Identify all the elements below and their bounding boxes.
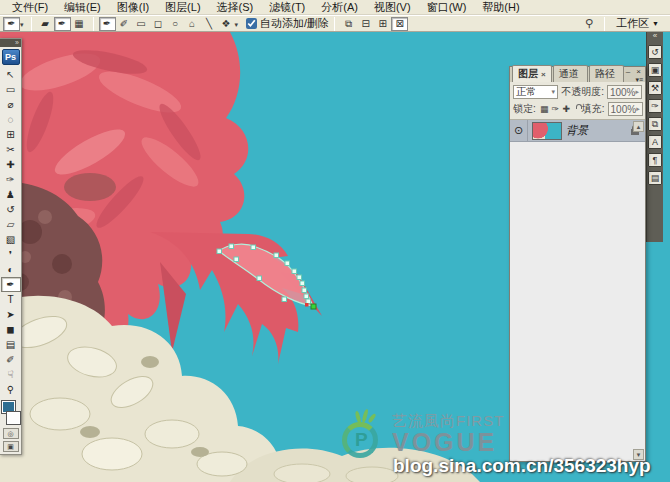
background-color-swatch[interactable] [7, 412, 20, 424]
shape-ellipse-button[interactable]: ○ [167, 17, 184, 31]
active-anchor-point[interactable] [311, 304, 316, 309]
screen-mode-button[interactable]: ▣ [3, 441, 19, 452]
workspace-dropdown-icon: ▼ [652, 20, 659, 27]
dock-layer-comps-panel-icon[interactable]: ▤ [648, 171, 662, 185]
tool-palette: » Ps ↖ ▭ ⌀ ◌ ⊞ ✂ ✚ ✑ ♟ ↺ ▱ ▧ ❜ ◐ [0, 38, 22, 455]
eraser-tool-icon[interactable]: ▱ [1, 217, 21, 232]
scroll-down-icon[interactable]: ▼ [633, 449, 644, 460]
shape-tool-icon[interactable]: ◼ [1, 322, 21, 337]
move-tool-icon[interactable]: ↖ [1, 67, 21, 82]
opacity-field[interactable]: 100% ▸ [607, 85, 642, 99]
menu-layer[interactable]: 图层(L) [157, 0, 208, 15]
quick-mask-button[interactable]: ◎ [3, 428, 19, 439]
lasso-tool-icon[interactable]: ⌀ [1, 97, 21, 112]
mode-paths-button[interactable]: ✒ [54, 17, 71, 31]
marquee-tool-icon[interactable]: ▭ [1, 82, 21, 97]
tool-preset-dropdown-icon[interactable]: ▾ [20, 21, 24, 29]
shape-pen-button[interactable]: ✒ [99, 17, 116, 31]
dodge-tool-icon[interactable]: ◐ [1, 262, 21, 277]
hand-tool-icon[interactable]: ☟ [1, 367, 21, 382]
menu-window[interactable]: 窗口(W) [419, 0, 475, 15]
auto-add-delete-label: 自动添加/删除 [260, 16, 329, 31]
layer-visibility-eye-icon[interactable]: ⊙ [510, 120, 528, 141]
shape-polygon-button[interactable]: ⌂ [184, 17, 201, 31]
type-tool-icon[interactable]: T [1, 292, 21, 307]
tab-paths[interactable]: 路径 [589, 65, 624, 82]
mode-fill-pixels-button[interactable]: ▦ [71, 17, 88, 31]
separator [31, 17, 32, 31]
spinner-icon: ▸ [636, 105, 640, 113]
dock-clone-source-panel-icon[interactable]: ⧉ [648, 117, 662, 131]
blur-tool-icon[interactable]: ❜ [1, 247, 21, 262]
tab-channels[interactable]: 通道 [553, 65, 588, 82]
menu-analysis[interactable]: 分析(A) [313, 0, 366, 15]
dock-tool-presets-panel-icon[interactable]: ⚒ [648, 81, 662, 95]
bridge-icon[interactable]: ⚲ [585, 17, 593, 30]
blend-mode-select[interactable]: 正常 ▾ [513, 85, 558, 99]
custom-shape-dropdown-icon[interactable]: ▾ [235, 21, 239, 29]
shape-custom-shape-button[interactable]: ❖ [218, 17, 235, 31]
workspace-label: 工作区 [616, 16, 649, 31]
lock-pixels-button[interactable]: ✑ [550, 104, 561, 114]
menu-help[interactable]: 帮助(H) [474, 0, 527, 15]
dock-history-panel-icon[interactable]: ↺ [648, 45, 662, 59]
dock-collapse-icon[interactable]: « [653, 31, 657, 41]
menu-filter[interactable]: 滤镜(T) [261, 0, 313, 15]
panel-window-buttons[interactable]: – × [626, 67, 643, 76]
mode-shape-layers-button[interactable]: ▰ [37, 17, 54, 31]
separator [604, 17, 605, 31]
layer-thumbnail[interactable] [532, 122, 562, 140]
dock-paragraph-panel-icon[interactable]: ¶ [648, 153, 662, 167]
auto-add-delete-checkbox[interactable] [246, 18, 257, 29]
dock-navigator-panel-icon[interactable]: ▣ [648, 63, 662, 77]
ps-logo: Ps [2, 49, 20, 65]
toolbar-collapse-icon[interactable]: » [0, 39, 21, 47]
gradient-tool-icon[interactable]: ▧ [1, 232, 21, 247]
crop-tool-icon[interactable]: ⊞ [1, 127, 21, 142]
scroll-up-icon[interactable]: ▲ [633, 121, 644, 132]
dock-brushes-panel-icon[interactable]: ✑ [648, 99, 662, 113]
fill-field[interactable]: 100% ▸ [608, 102, 643, 116]
menu-edit[interactable]: 编辑(E) [56, 0, 109, 15]
healing-brush-tool-icon[interactable]: ✚ [1, 157, 21, 172]
menu-image[interactable]: 图像(I) [109, 0, 157, 15]
notes-tool-icon[interactable]: ▤ [1, 337, 21, 352]
quick-select-tool-icon[interactable]: ◌ [1, 112, 21, 127]
history-brush-tool-icon[interactable]: ↺ [1, 202, 21, 217]
lock-transparency-button[interactable]: ▦ [539, 104, 550, 114]
zoom-tool-icon[interactable]: ⚲ [1, 382, 21, 397]
slice-tool-icon[interactable]: ✂ [1, 142, 21, 157]
path-select-tool-icon[interactable]: ➤ [1, 307, 21, 322]
clone-stamp-tool-icon[interactable]: ♟ [1, 187, 21, 202]
shape-freeform-pen-button[interactable]: ✐ [116, 17, 133, 31]
workspace-button[interactable]: 工作区 ▼ [616, 16, 659, 31]
fill-label: 填充: [582, 102, 605, 116]
dock-character-panel-icon[interactable]: A [648, 135, 662, 149]
intersect-path-area-button[interactable]: ⊞ [374, 17, 391, 31]
panel-dock: « ↺ ▣ ⚒ ✑ ⧉ A ¶ ▤ [646, 30, 663, 242]
menu-file[interactable]: 文件(F) [4, 0, 56, 15]
eyedropper-tool-icon[interactable]: ✐ [1, 352, 21, 367]
direction-handle-point[interactable] [305, 303, 309, 307]
shape-rounded-rectangle-button[interactable]: ◻ [150, 17, 167, 31]
options-bar: ✒ ▾ ▰ ✒ ▦ ✒ ✐ ▭ ◻ ○ ⌂ ╲ ❖ ▾ 自动添加/删除 [0, 15, 670, 32]
layer-row-background[interactable]: ⊙ 背景 [510, 120, 645, 142]
blend-mode-value: 正常 [516, 85, 536, 99]
exclude-path-area-button[interactable]: ⊠ [391, 17, 408, 31]
shape-line-button[interactable]: ╲ [201, 17, 218, 31]
menu-view[interactable]: 视图(V) [366, 0, 419, 15]
tab-layers[interactable]: 图层× [512, 65, 552, 82]
layers-panel-controls: 正常 ▾ 不透明度: 100% ▸ 锁定: ▦ ✑ ✚ 填充: [510, 82, 645, 120]
pen-tool-icon[interactable]: ✒ [1, 277, 21, 292]
shape-tool-group: ✒ ✐ ▭ ◻ ○ ⌂ ╲ ❖ [99, 17, 235, 31]
layer-list: ⊙ 背景 ▲ ▼ [510, 120, 645, 461]
layer-name: 背景 [566, 123, 631, 138]
panel-menu-icon[interactable]: ▾≡ [635, 76, 643, 84]
subtract-path-area-button[interactable]: ⊟ [357, 17, 374, 31]
add-path-area-button[interactable]: ⧉ [340, 17, 357, 31]
shape-rectangle-button[interactable]: ▭ [133, 17, 150, 31]
lock-position-button[interactable]: ✚ [561, 104, 572, 114]
menu-select[interactable]: 选择(S) [209, 0, 262, 15]
current-tool-pen-icon[interactable]: ✒ [3, 17, 20, 31]
brush-tool-icon[interactable]: ✑ [1, 172, 21, 187]
